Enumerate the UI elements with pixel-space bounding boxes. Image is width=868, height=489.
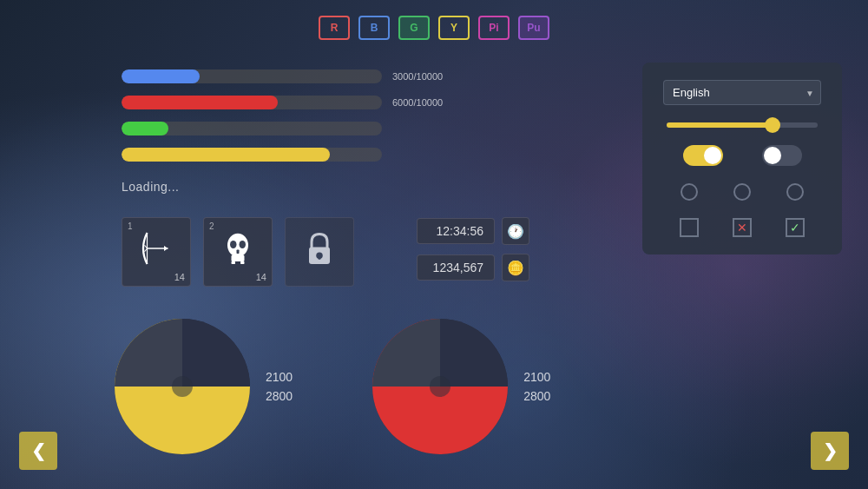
svg-rect-9 [237, 249, 240, 254]
color-btn-g[interactable]: G [398, 16, 430, 40]
chart-yellow-value1: 2100 [266, 370, 293, 384]
time-value: 12:34:56 [417, 218, 495, 244]
svg-rect-6 [240, 261, 245, 264]
radio-2[interactable] [733, 183, 751, 201]
items-area: 1 14 2 [122, 217, 354, 287]
item-card-lock[interactable] [285, 217, 354, 287]
checkbox-1[interactable] [680, 218, 699, 237]
card-count-skull: 14 [256, 272, 266, 282]
money-row: 1234,567 🪙 [417, 254, 529, 281]
chart-red-value1: 2100 [523, 370, 550, 384]
svg-rect-5 [232, 261, 236, 264]
progress-row-red: 6000/10000 [122, 96, 486, 109]
settings-panel: English Spanish French German Japanese ▼ [642, 63, 842, 254]
item-card-skull[interactable]: 2 14 [203, 217, 273, 287]
card-count-archer: 14 [174, 272, 185, 282]
svg-marker-2 [164, 246, 168, 251]
language-select-wrapper: English Spanish French German Japanese ▼ [663, 80, 821, 105]
radio-row [663, 183, 821, 201]
chart-red [371, 317, 510, 456]
color-btn-pi[interactable]: Pi [478, 16, 510, 40]
card-num-skull: 2 [209, 221, 214, 231]
money-value: 1234,567 [417, 254, 495, 281]
chart-red-labels: 2100 2800 [523, 370, 550, 403]
progress-row-green [122, 122, 486, 135]
progress-fill-blue [122, 69, 200, 83]
skull-icon [217, 228, 259, 277]
slider-fill [667, 122, 773, 128]
right-arrow-icon: ❯ [823, 440, 838, 461]
left-arrow-icon: ❮ [31, 440, 46, 461]
item-card-archer[interactable]: 1 14 [122, 217, 191, 287]
archer-icon [135, 228, 177, 277]
progress-track-yellow [122, 148, 382, 162]
progress-row-blue: 3000/10000 [122, 69, 486, 83]
svg-rect-12 [319, 255, 321, 260]
lock-icon [299, 228, 340, 277]
toggle-1-thumb [704, 147, 721, 164]
chart-red-value2: 2800 [523, 389, 550, 403]
language-select[interactable]: English Spanish French German Japanese [663, 80, 821, 105]
progress-track-green [122, 122, 382, 135]
language-select-wrap: English Spanish French German Japanese ▼ [663, 80, 821, 105]
card-num-archer: 1 [128, 221, 133, 231]
color-btn-pu[interactable]: Pu [518, 16, 549, 40]
toggle-2[interactable] [762, 145, 802, 166]
checkbox-2[interactable]: ✕ [733, 218, 752, 237]
loading-text: Loading... [122, 180, 180, 194]
clock-icon[interactable]: 🕐 [502, 217, 529, 245]
toggles-row [663, 145, 821, 166]
toggle-2-thumb [764, 147, 781, 164]
slider-thumb[interactable] [765, 117, 780, 133]
checkbox-row: ✕ ✓ [663, 218, 821, 237]
info-widgets: 12:34:56 🕐 1234,567 🪙 [417, 217, 529, 281]
nav-left-button[interactable]: ❮ [19, 432, 57, 470]
progress-label-red: 6000/10000 [392, 97, 470, 108]
color-btn-b[interactable]: B [358, 16, 390, 40]
radio-1[interactable] [681, 183, 698, 201]
coin-icon[interactable]: 🪙 [502, 254, 529, 281]
svg-point-8 [240, 241, 247, 248]
svg-point-16 [430, 376, 450, 397]
progress-fill-green [122, 122, 168, 135]
chart-yellow-value2: 2800 [266, 389, 293, 403]
toggle-1[interactable] [683, 145, 723, 166]
color-btn-y[interactable]: Y [438, 16, 470, 40]
nav-right-button[interactable]: ❯ [811, 432, 849, 470]
progress-track-red [122, 96, 382, 109]
radio-3[interactable] [786, 183, 804, 201]
chart-red-container: 2100 2800 [371, 317, 550, 456]
chart-yellow [113, 317, 252, 456]
color-btn-r[interactable]: R [319, 16, 350, 40]
chart-yellow-labels: 2100 2800 [266, 370, 293, 403]
svg-point-14 [172, 376, 193, 397]
slider-row [663, 122, 821, 128]
svg-point-7 [230, 241, 237, 248]
progress-fill-yellow [122, 148, 330, 162]
progress-label-blue: 3000/10000 [392, 71, 470, 82]
charts-area: 2100 2800 2100 2800 [113, 317, 550, 456]
chart-yellow-container: 2100 2800 [113, 317, 293, 456]
time-row: 12:34:56 🕐 [417, 217, 529, 245]
progress-row-yellow [122, 148, 486, 162]
checkbox-3[interactable]: ✓ [786, 218, 805, 237]
slider-track[interactable] [667, 122, 818, 128]
progress-track-blue [122, 69, 382, 83]
progress-fill-red [122, 96, 278, 109]
progress-area: 3000/10000 6000/10000 [122, 69, 486, 174]
top-color-buttons: R B G Y Pi Pu [319, 16, 549, 40]
svg-rect-4 [232, 254, 245, 261]
